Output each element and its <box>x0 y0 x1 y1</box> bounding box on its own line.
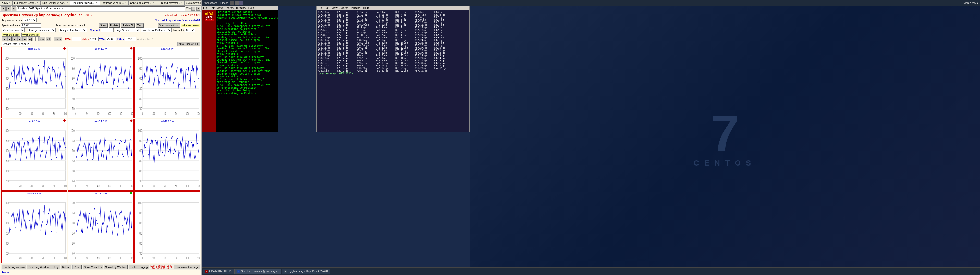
tab-aida[interactable]: AIDA ✕ <box>0 0 12 5</box>
menu-view[interactable]: View <box>217 6 223 9</box>
what-is-this-2[interactable]: What are these? <box>2 33 21 37</box>
taskbar-item-terminal[interactable]: T rpg@carme-gsi:/TapeData/G22-201 <box>282 269 331 274</box>
aida-terminal-content[interactable]: RunControlClient loadedCompleted custom … <box>216 10 278 132</box>
zoom-in-button[interactable]: + <box>196 6 200 11</box>
how-to-use-button[interactable]: How to use this page <box>173 265 200 269</box>
terminal-cell: R57.17.gz <box>415 26 433 29</box>
menu-terminal[interactable]: Terminal <box>235 6 246 9</box>
svg-text:600: 600 <box>42 256 44 260</box>
tab-label: Statistics @ carm... <box>102 2 124 4</box>
tab-experiment[interactable]: Experiment Contr... ✕ <box>12 0 41 5</box>
what-is-this-3[interactable]: What are these? <box>21 33 40 37</box>
menu-file[interactable]: File <box>203 6 208 9</box>
nav-up-button[interactable]: ▲ <box>12 37 17 41</box>
tab-label: LED and Wavefor... <box>158 2 180 4</box>
spectra-functions-button[interactable]: Spectra functions <box>158 24 180 27</box>
tab-statistics[interactable]: Statistics @ carm... ✕ <box>100 0 128 5</box>
ymin-input[interactable] <box>106 37 116 41</box>
menu-file[interactable]: File <box>318 6 323 9</box>
places-button[interactable]: Places <box>220 1 229 5</box>
terminal-row: R38.2.gzR28.8.gzR39.6.gzR42.9.gzR51.17.g… <box>318 59 468 62</box>
terminal-content[interactable]: R37.13.gzR26.8.gzR37.2.gzR4.10.gzR58.3.g… <box>317 10 469 132</box>
xmin-input[interactable] <box>72 37 81 41</box>
menu-search[interactable]: Search <box>339 6 348 9</box>
zoom-out-button[interactable]: - <box>191 6 196 11</box>
close-icon[interactable]: ✕ <box>37 2 39 4</box>
nav-last-button[interactable]: ►| <box>27 37 33 41</box>
nav-prev-button[interactable]: ◄ <box>7 37 12 41</box>
terminal-cell: R38.13.gz <box>318 44 336 47</box>
tab-control[interactable]: Control @ carme... ✕ <box>128 0 156 5</box>
spectrum-name-input[interactable] <box>21 24 41 27</box>
menu-edit[interactable]: Edit <box>325 6 329 9</box>
nav-down-button[interactable]: ▼ <box>18 37 22 41</box>
svg-text:0: 0 <box>142 256 143 260</box>
close-icon[interactable]: ✕ <box>96 2 98 4</box>
enable-logging-button[interactable]: Enable Logging <box>129 265 149 269</box>
svg-text:10000: 10000 <box>5 129 9 133</box>
show-log-button[interactable]: Show Log Window <box>104 265 127 269</box>
close-icon[interactable]: ✕ <box>181 2 183 4</box>
taskbar-item-spectrum[interactable]: S Spectrum Browser @ carme-gs... <box>235 269 281 274</box>
update-button[interactable]: Update <box>109 24 119 27</box>
terminal-cell: R57.23.gz <box>415 36 433 39</box>
update-all-button[interactable]: Update All <box>121 24 135 27</box>
layout-id-select[interactable]: 0 <box>185 28 195 32</box>
back-button[interactable]: ◄ <box>1 6 6 11</box>
reload-button[interactable]: Reload <box>61 265 72 269</box>
analysis-functions-select[interactable]: Analysis functions <box>59 28 87 32</box>
reload-button[interactable]: ↺ <box>12 6 16 11</box>
ymax-input[interactable] <box>125 37 136 41</box>
show-variables-button[interactable]: Show Variables <box>83 265 103 269</box>
applications-button[interactable]: Applications <box>203 1 218 5</box>
close-icon[interactable]: ✕ <box>152 2 154 4</box>
aida-log-line: done executing do_PostSetup <box>217 33 277 36</box>
update-rate-select[interactable]: Update Rate (4 sec) <box>2 42 30 46</box>
terminal-cell: R38.15.gz <box>318 49 336 52</box>
linear-button[interactable]: linear <box>54 37 62 41</box>
tab-system[interactable]: System wide Che... ✕ <box>185 0 201 5</box>
send-log-button[interactable]: Send Log Window to ELog <box>27 265 60 269</box>
tab-spectrum[interactable]: Spectrum Browsini... ✕ <box>70 0 100 5</box>
new-button[interactable]: new <box>38 37 45 41</box>
menu-terminal[interactable]: Terminal <box>350 6 361 9</box>
bottom-bar: Empty Log Window Send Log Window to ELog… <box>0 264 201 270</box>
empty-log-button[interactable]: Empty Log Window <box>2 265 26 269</box>
tab-led[interactable]: LED and Wavefor... ✕ <box>156 0 185 5</box>
svg-text:200: 200 <box>86 256 88 260</box>
menu-search[interactable]: Search <box>224 6 234 9</box>
menu-help[interactable]: Help <box>248 6 254 9</box>
url-input[interactable] <box>17 6 185 11</box>
aida-menu-bar: File Edit View Search Terminal Help <box>202 6 278 10</box>
zero-button[interactable]: Zero <box>136 24 144 27</box>
forward-button[interactable]: ► <box>6 6 11 11</box>
nav-first-button[interactable]: |◄ <box>2 37 7 41</box>
terminal-cell: R3.8.gz <box>356 29 375 31</box>
close-icon[interactable]: ✕ <box>66 2 68 4</box>
menu-view[interactable]: View <box>331 6 338 9</box>
reset-button[interactable]: Reset <box>73 265 82 269</box>
tab-runcontrol[interactable]: Run Control @ car... ✕ <box>41 0 70 5</box>
all-button[interactable]: all <box>46 37 51 41</box>
menu-edit[interactable]: Edit <box>210 6 215 9</box>
tags-fits-select[interactable]: Tags & Fits <box>115 28 140 32</box>
home-link[interactable]: Home <box>2 270 10 275</box>
channel-input[interactable] <box>101 28 114 32</box>
aida-midas-panel: AIDA MIDAS HTTPd _ □ ✕ File Edit View Se… <box>202 0 278 133</box>
taskbar-item-aida[interactable]: A AIDA MIDAS HTTPd <box>203 269 234 274</box>
terminal-cell: R37.16.gz <box>318 19 336 21</box>
xmax-input[interactable] <box>89 37 99 41</box>
what-is-this-1[interactable]: What are these? <box>181 24 200 27</box>
terminal-row: R38.12.gzR28.8.gzR38.17.gzR42.2.gzR51.10… <box>318 41 468 44</box>
close-icon[interactable]: ✕ <box>8 2 11 4</box>
menu-help[interactable]: Help <box>363 6 369 9</box>
auto-update-button[interactable]: Auto Update OFF <box>177 42 200 46</box>
number-of-galleries-select[interactable]: Number of Galleries <box>141 28 172 32</box>
nav-next-button[interactable]: ► <box>22 37 27 41</box>
graph-title-2: aida7 1.8 W <box>161 47 173 50</box>
acq-server-select[interactable]: aida16 <box>23 18 37 22</box>
close-icon[interactable]: ✕ <box>124 2 127 4</box>
arrange-functions-select[interactable]: Arrange functions <box>27 28 56 32</box>
show-button[interactable]: Show <box>99 24 108 27</box>
view-functions-select[interactable]: View functions <box>2 28 24 32</box>
